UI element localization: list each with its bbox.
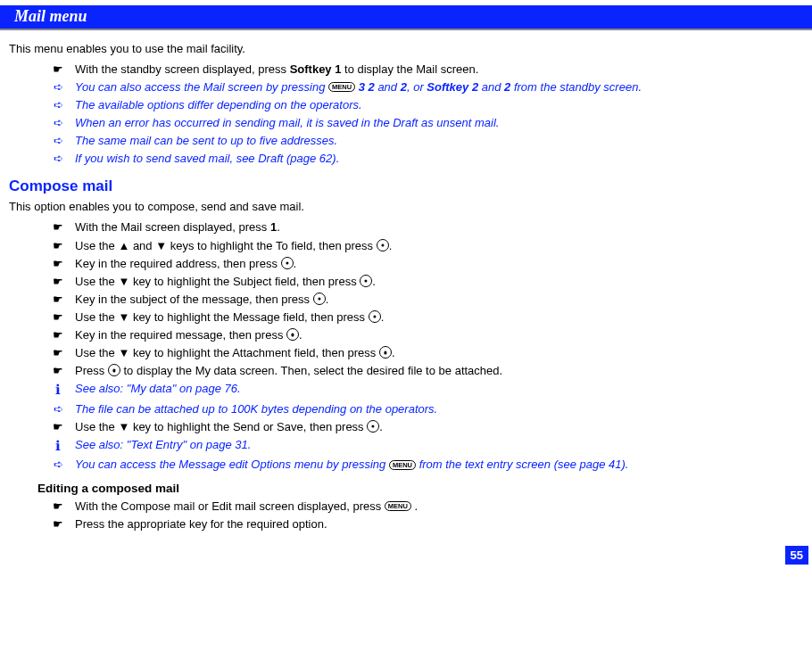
list-item: ☛ Press the appropriate key for the requ… xyxy=(50,516,803,532)
list-item: ☛ With the Mail screen displayed, press … xyxy=(50,219,803,235)
intro-list: ☛ With the standby screen displayed, pre… xyxy=(50,62,803,167)
nav-key-icon xyxy=(108,364,120,376)
intro-paragraph: This menu enables you to use the mail fa… xyxy=(9,41,803,57)
item-text: Key in the subject of the message, then … xyxy=(75,292,803,308)
pointer-icon: ☛ xyxy=(50,363,66,379)
item-text: With the Compose mail or Edit mail scree… xyxy=(75,499,803,515)
note-arrow-icon: ➪ xyxy=(50,401,66,417)
pointer-icon: ☛ xyxy=(50,327,66,343)
item-text: If you wish to send saved mail, see Draf… xyxy=(75,151,803,167)
list-item: ☛ Key in the required message, then pres… xyxy=(50,327,803,343)
item-text: Use the ▲ and ▼ keys to highlight the To… xyxy=(75,238,803,254)
note-arrow-icon: ➪ xyxy=(50,115,66,131)
page-footer: 55 xyxy=(0,541,812,568)
pointer-icon: ☛ xyxy=(50,309,66,326)
note-arrow-icon: ➪ xyxy=(50,133,66,149)
list-item: ☛ With the standby screen displayed, pre… xyxy=(50,62,803,78)
pointer-icon: ☛ xyxy=(50,499,66,515)
nav-key-icon xyxy=(369,310,381,323)
pointer-icon: ☛ xyxy=(50,345,66,361)
item-text: When an error has occurred in sending ma… xyxy=(75,115,803,131)
compose-list: ☛ With the Mail screen displayed, press … xyxy=(50,219,803,473)
nav-key-icon xyxy=(360,275,372,287)
nav-key-icon xyxy=(367,420,379,433)
pointer-icon: ☛ xyxy=(50,292,66,308)
item-text: You can also access the Mail screen by p… xyxy=(75,79,803,95)
item-text: Use the ▼ key to highlight the Message f… xyxy=(75,309,803,326)
page-header: Mail menu xyxy=(0,5,812,30)
nav-key-icon xyxy=(379,346,392,359)
page-content: This menu enables you to use the mail fa… xyxy=(0,30,812,542)
note-arrow-icon: ➪ xyxy=(50,457,66,473)
list-item: ☛ Key in the subject of the message, the… xyxy=(50,292,803,308)
pointer-icon: ☛ xyxy=(50,219,66,235)
list-item: ➪ The same mail can be sent to up to fiv… xyxy=(50,133,803,149)
item-text: With the standby screen displayed, press… xyxy=(75,62,803,78)
list-item: ℹ See also: "My data" on page 76. xyxy=(50,381,803,399)
list-item: ➪ If you wish to send saved mail, see Dr… xyxy=(50,151,803,167)
item-text: You can access the Message edit Options … xyxy=(75,457,803,473)
item-text: The available options differ depending o… xyxy=(75,97,803,113)
subheading-editing: Editing a composed mail xyxy=(37,482,803,495)
list-item: ☛ Use the ▼ key to highlight the Attachm… xyxy=(50,345,803,361)
header-title: Mail menu xyxy=(14,7,87,25)
nav-key-icon xyxy=(377,239,389,252)
page-number: 55 xyxy=(785,546,808,565)
section-title-compose: Compose mail xyxy=(9,177,803,195)
list-item: ☛ With the Compose mail or Edit mail scr… xyxy=(50,499,803,515)
list-item: ➪ You can access the Message edit Option… xyxy=(50,457,803,473)
item-text: Use the ▼ key to highlight the Send or S… xyxy=(75,419,803,435)
list-item: ➪ When an error has occurred in sending … xyxy=(50,115,803,131)
item-text: See also: "My data" on page 76. xyxy=(75,381,803,397)
item-text: Use the ▼ key to highlight the Attachmen… xyxy=(75,345,803,361)
item-text: Use the ▼ key to highlight the Subject f… xyxy=(75,274,803,290)
item-text: Key in the required address, then press … xyxy=(75,256,803,272)
menu-key-icon: MENU xyxy=(328,82,355,92)
list-item: ➪ The file can be attached up to 100K by… xyxy=(50,401,803,417)
item-text: Key in the required message, then press … xyxy=(75,327,803,343)
item-text: See also: "Text Entry" on page 31. xyxy=(75,437,803,453)
item-text: Press to display the My data screen. The… xyxy=(75,363,803,379)
note-arrow-icon: ➪ xyxy=(50,97,66,113)
list-item: ☛ Use the ▼ key to highlight the Subject… xyxy=(50,274,803,290)
see-also-icon: ℹ xyxy=(50,437,66,455)
item-text: With the Mail screen displayed, press 1. xyxy=(75,219,803,235)
item-text: The file can be attached up to 100K byte… xyxy=(75,401,803,417)
pointer-icon: ☛ xyxy=(50,62,66,78)
nav-key-icon xyxy=(286,328,299,341)
item-text: The same mail can be sent to up to five … xyxy=(75,133,803,149)
list-item: ➪ You can also access the Mail screen by… xyxy=(50,79,803,95)
pointer-icon: ☛ xyxy=(50,419,66,435)
pointer-icon: ☛ xyxy=(50,516,66,532)
nav-key-icon xyxy=(281,257,294,269)
compose-paragraph: This option enables you to compose, send… xyxy=(9,199,803,215)
pointer-icon: ☛ xyxy=(50,274,66,290)
list-item: ☛ Use the ▼ key to highlight the Message… xyxy=(50,309,803,326)
menu-key-icon: MENU xyxy=(385,501,411,511)
note-arrow-icon: ➪ xyxy=(50,151,66,167)
list-item: ☛ Use the ▼ key to highlight the Send or… xyxy=(50,419,803,435)
list-item: ℹ See also: "Text Entry" on page 31. xyxy=(50,437,803,455)
menu-key-icon: MENU xyxy=(389,460,416,470)
item-text: Press the appropriate key for the requir… xyxy=(75,516,803,532)
list-item: ☛ Press to display the My data screen. T… xyxy=(50,363,803,379)
nav-key-icon xyxy=(313,293,326,305)
list-item: ☛ Key in the required address, then pres… xyxy=(50,256,803,272)
see-also-icon: ℹ xyxy=(50,381,66,399)
note-arrow-icon: ➪ xyxy=(50,79,66,95)
pointer-icon: ☛ xyxy=(50,238,66,254)
list-item: ➪ The available options differ depending… xyxy=(50,97,803,113)
pointer-icon: ☛ xyxy=(50,256,66,272)
list-item: ☛ Use the ▲ and ▼ keys to highlight the … xyxy=(50,238,803,254)
edit-list: ☛ With the Compose mail or Edit mail scr… xyxy=(50,499,803,532)
